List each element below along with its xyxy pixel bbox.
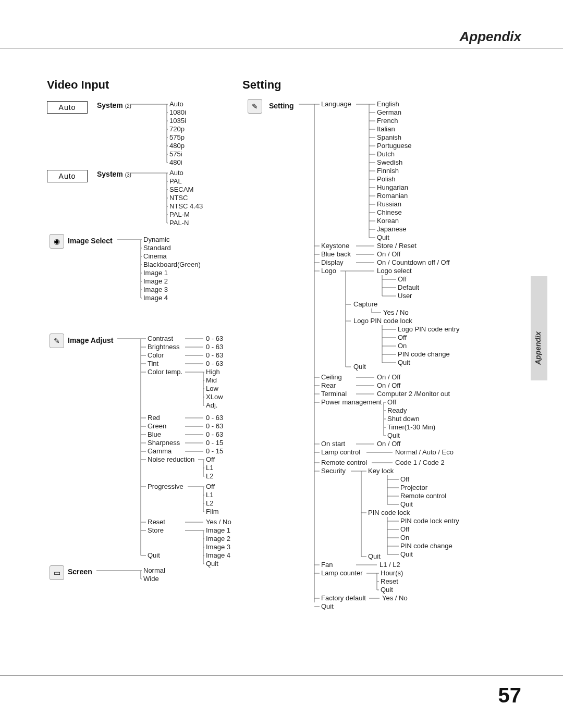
side-tab: Appendix xyxy=(531,276,547,380)
tree-leaf: XLow xyxy=(206,393,223,401)
svg-text:Power management: Power management xyxy=(321,398,382,406)
svg-text:Lamp counter: Lamp counter xyxy=(321,569,363,577)
setting-icon: ✎ xyxy=(248,99,262,114)
header-rule xyxy=(0,48,563,48)
system2-label: System (2) xyxy=(97,101,131,109)
tree-leaf: PIN code lock entry xyxy=(400,517,459,525)
tree-leaf: 480i xyxy=(169,158,182,166)
tree-leaf: Quit xyxy=(377,233,389,241)
svg-text:PIN code lock: PIN code lock xyxy=(368,509,410,516)
svg-text:Display: Display xyxy=(321,258,344,266)
tree-leaf: Auto xyxy=(169,100,183,108)
tree-leaf: 1035i xyxy=(169,117,186,125)
tree-leaf: Off xyxy=(206,455,215,463)
svg-text:Language: Language xyxy=(321,100,351,108)
page-number: 57 xyxy=(498,684,522,707)
tree-leaf: Japanese xyxy=(377,225,406,233)
page-header: Appendix xyxy=(460,29,521,45)
tree-leaf: Quit xyxy=(400,500,413,508)
tree-leaf: On xyxy=(398,342,407,350)
svg-text:Computer 2 /Monitor out: Computer 2 /Monitor out xyxy=(377,390,450,398)
tree-leaf: Spanish xyxy=(377,133,401,141)
svg-text:0 - 63: 0 - 63 xyxy=(206,414,223,422)
tree-leaf: Off xyxy=(206,483,215,490)
svg-text:Logo select: Logo select xyxy=(377,267,412,275)
tree-leaf: Korean xyxy=(377,217,399,225)
svg-text:Blue back: Blue back xyxy=(321,250,351,258)
svg-text:Quit: Quit xyxy=(321,602,334,610)
svg-text:Fan: Fan xyxy=(321,561,333,569)
svg-text:Sharpness: Sharpness xyxy=(148,439,180,447)
tree-leaf: Low xyxy=(206,385,218,392)
tree-leaf: Dutch xyxy=(377,150,395,158)
tree-leaf: 575i xyxy=(169,150,182,158)
tree-leaf: Remote control xyxy=(400,492,446,500)
side-tab-label: Appendix xyxy=(534,331,542,365)
system3-tree: AutoPALSECAMNTSCNTSC 4.43PAL-MPAL-N xyxy=(130,173,235,236)
tree-leaf: Image 2 xyxy=(143,277,168,285)
svg-text:Lamp control: Lamp control xyxy=(321,448,360,456)
footer-rule xyxy=(0,675,563,676)
svg-text:0 - 63: 0 - 63 xyxy=(206,430,223,438)
svg-text:Blue: Blue xyxy=(148,430,161,438)
tree-leaf: 480p xyxy=(169,142,185,150)
svg-text:On / Off: On / Off xyxy=(377,440,401,448)
image-select-icon: ◉ xyxy=(50,234,64,249)
tree-leaf: Portuguese xyxy=(377,142,412,150)
tree-leaf: Quit xyxy=(206,560,218,567)
tree-leaf: Off xyxy=(387,398,396,406)
svg-text:Keystone: Keystone xyxy=(321,242,349,250)
tree-leaf: Hungarian xyxy=(377,183,408,191)
tree-leaf: PAL xyxy=(169,177,182,185)
tree-leaf: 1080i xyxy=(169,108,186,116)
svg-text:0 - 15: 0 - 15 xyxy=(206,447,223,455)
svg-text:Red: Red xyxy=(148,414,160,422)
tree-leaf: French xyxy=(377,117,398,125)
svg-text:Factory default: Factory default xyxy=(321,594,366,602)
svg-text:Quit: Quit xyxy=(148,551,160,559)
tree-leaf: User xyxy=(398,292,412,300)
tree-leaf: SECAM xyxy=(169,186,193,193)
svg-text:Yes / No: Yes / No xyxy=(206,518,231,526)
svg-text:Tint: Tint xyxy=(148,360,159,367)
svg-text:On / Off: On / Off xyxy=(377,381,401,389)
tree-leaf: Image 3 xyxy=(143,286,168,293)
tree-leaf: High xyxy=(206,368,220,376)
svg-text:Color temp.: Color temp. xyxy=(148,368,182,376)
svg-text:Rear: Rear xyxy=(321,381,336,389)
svg-text:0 - 63: 0 - 63 xyxy=(206,422,223,430)
svg-text:Remote control: Remote control xyxy=(321,459,367,466)
svg-text:On / Off: On / Off xyxy=(377,373,401,381)
tree-leaf: Auto xyxy=(169,169,183,177)
tree-leaf: Image 3 xyxy=(206,543,230,551)
svg-text:On / Countdown off / Off: On / Countdown off / Off xyxy=(377,258,450,266)
svg-text:Ceiling: Ceiling xyxy=(321,373,342,381)
svg-text:Contrast: Contrast xyxy=(148,335,174,342)
svg-text:Quit: Quit xyxy=(368,552,381,560)
svg-text:On / Off: On / Off xyxy=(377,250,401,258)
svg-text:Yes / No: Yes / No xyxy=(383,309,409,316)
tree-leaf: Swedish xyxy=(377,158,402,166)
tree-leaf: NTSC xyxy=(169,194,188,202)
svg-text:Progressive: Progressive xyxy=(148,483,183,490)
auto-box-2: Auto xyxy=(47,101,88,114)
tree-leaf: Shut down xyxy=(387,415,419,423)
tree-leaf: L2 xyxy=(206,499,213,507)
svg-text:0 - 63: 0 - 63 xyxy=(206,335,223,342)
tree-leaf: Reset xyxy=(381,577,398,585)
tree-leaf: PAL-N xyxy=(169,219,189,227)
svg-text:Store / Reset: Store / Reset xyxy=(377,242,417,250)
tree-leaf: Romanian xyxy=(377,192,408,200)
tree-leaf: Cinema xyxy=(143,252,167,260)
svg-text:Gamma: Gamma xyxy=(148,447,172,455)
tree-leaf: Polish xyxy=(377,175,395,183)
tree-leaf: Logo PIN code entry xyxy=(398,325,460,333)
tree-leaf: Quit xyxy=(381,586,393,594)
tree-leaf: Russian xyxy=(377,200,401,208)
setting-label: Setting xyxy=(269,102,293,110)
image-adjust-tree: Contrast 0 - 63 Brightness 0 - 63 Color … xyxy=(117,339,253,568)
tree-leaf: Image 4 xyxy=(143,294,168,302)
video-input-title: Video Input xyxy=(47,78,109,92)
tree-leaf: Quit xyxy=(398,359,410,366)
svg-text:Color: Color xyxy=(148,351,164,359)
